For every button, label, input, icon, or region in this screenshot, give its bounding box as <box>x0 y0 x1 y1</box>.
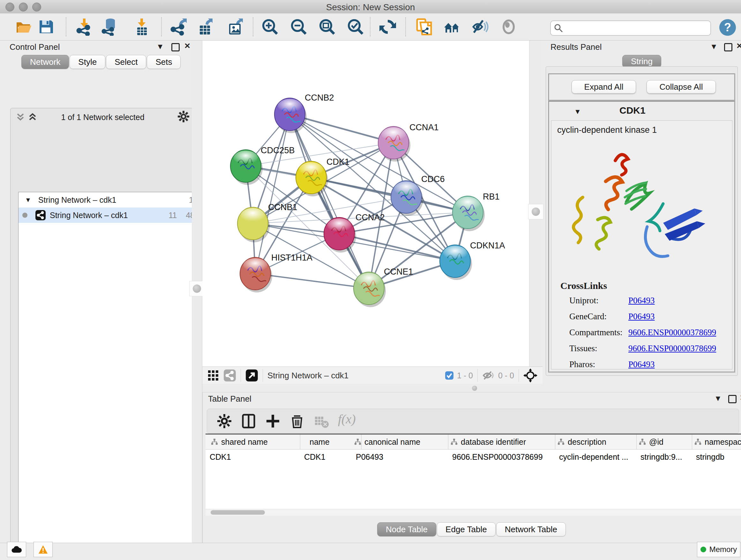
cloud-status-button[interactable] <box>7 542 26 557</box>
delete-table-icon[interactable] <box>314 414 329 429</box>
show-all-icon[interactable] <box>500 18 518 36</box>
zoom-in-icon[interactable] <box>261 18 279 36</box>
network-tree-network-row[interactable]: String Network – cdk1 11 48 <box>18 207 200 223</box>
network-node-CCNE1[interactable]: CCNE1 <box>354 267 413 307</box>
table-panel-float-icon[interactable] <box>728 395 737 403</box>
search-box[interactable] <box>550 20 711 36</box>
show-columns-icon[interactable] <box>241 414 256 429</box>
right-splitter[interactable] <box>529 41 543 367</box>
network-node-CDC25B[interactable]: CDC25B <box>230 145 295 185</box>
column-header-namespace[interactable]: namespace <box>692 435 741 449</box>
import-network-icon[interactable] <box>75 18 93 36</box>
network-tree-root-row[interactable]: ▼ String Network – cdk1 1 <box>18 192 200 207</box>
zoom-out-icon[interactable] <box>290 18 308 36</box>
network-node-HIST1H1A[interactable]: HIST1H1A <box>240 253 313 293</box>
tab-string[interactable]: String <box>622 55 661 68</box>
table-row[interactable]: CDK1CDK1P064939606.ENSP00000378699cyclin… <box>205 449 741 464</box>
selected-checkbox-icon[interactable] <box>445 371 454 380</box>
crosslink-link[interactable]: 9606.ENSP00000378699 <box>628 344 716 354</box>
tab-network-table[interactable]: Network Table <box>496 522 566 537</box>
column-header-description[interactable]: description <box>555 435 636 449</box>
open-session-icon[interactable] <box>15 18 32 36</box>
crosslink-link[interactable]: P06493 <box>628 296 655 306</box>
network-node-RB1[interactable]: RB1 <box>453 192 500 231</box>
grid-view-icon[interactable] <box>207 370 219 381</box>
search-input[interactable] <box>565 22 707 33</box>
table-cell[interactable]: cyclin-dependent ... <box>559 449 641 464</box>
table-cell[interactable]: CDK1 <box>304 449 356 464</box>
network-edge-HIST1H1A-CCNE1[interactable] <box>255 273 369 288</box>
collapse-all-button[interactable]: Collapse All <box>647 80 716 94</box>
results-panel-collapse-icon[interactable]: ▼ <box>710 42 718 51</box>
function-builder-icon[interactable]: f(x) <box>338 412 356 427</box>
network-node-CDKN1A[interactable]: CDKN1A <box>440 241 505 280</box>
crosslink-link[interactable]: 9606.ENSP00000378699 <box>628 327 716 337</box>
hide-selected-icon[interactable] <box>471 18 488 36</box>
birdseye-view-icon[interactable] <box>246 369 258 382</box>
table-cell[interactable]: CDK1 <box>210 449 301 464</box>
tab-select[interactable]: Select <box>106 55 146 69</box>
tab-edge-table[interactable]: Edge Table <box>437 522 495 537</box>
home-view-icon[interactable] <box>443 18 461 36</box>
table-cell[interactable]: stringdb:9... <box>641 449 696 464</box>
tab-sets[interactable]: Sets <box>147 55 181 69</box>
memory-button[interactable]: Memory <box>697 542 740 557</box>
import-table-icon[interactable] <box>132 18 150 36</box>
fit-selected-crosshair-icon[interactable] <box>523 368 537 382</box>
control-panel-float-icon[interactable] <box>172 43 180 51</box>
add-column-icon[interactable] <box>265 414 280 429</box>
refresh-icon[interactable] <box>379 18 397 36</box>
table-hscrollbar-thumb[interactable] <box>211 510 265 515</box>
zoom-fit-icon[interactable] <box>318 18 336 36</box>
crosslink-row: Compartments:9606.ENSP00000378699 <box>569 327 729 337</box>
export-network-icon[interactable] <box>170 18 187 36</box>
warning-status-button[interactable] <box>33 542 53 557</box>
column-header-canonical-name[interactable]: canonical name <box>352 435 448 449</box>
column-header-@id[interactable]: @id <box>636 435 692 449</box>
help-icon[interactable]: ? <box>719 18 737 37</box>
export-image-icon[interactable] <box>226 18 245 36</box>
column-header-database-identifier[interactable]: database identifier <box>448 435 555 449</box>
tree-expander-icon[interactable]: ▼ <box>25 196 31 204</box>
export-table-icon[interactable] <box>197 18 214 36</box>
network-node-CDK1[interactable]: CDK1 <box>296 157 349 196</box>
table-cell[interactable]: 9606.ENSP00000378699 <box>452 449 559 464</box>
hidden-eye-icon[interactable] <box>482 370 495 381</box>
crosslink-link[interactable]: P06493 <box>628 360 655 369</box>
column-header-shared-name[interactable]: shared name <box>208 435 300 449</box>
table-gear-icon[interactable] <box>217 414 232 429</box>
tab-network[interactable]: Network <box>21 55 69 69</box>
expand-all-button[interactable]: Expand All <box>571 80 636 94</box>
control-panel-collapse-icon[interactable]: ▼ <box>156 42 164 51</box>
network-node-CCNA1[interactable]: CCNA1 <box>378 123 439 162</box>
save-session-icon[interactable] <box>37 18 55 36</box>
column-header-label: description <box>568 437 606 447</box>
right-splitter-handle[interactable] <box>528 204 543 219</box>
network-list-box: 1 of 1 Network selected ▼ String Network… <box>10 108 195 560</box>
node-expander-icon[interactable]: ▼ <box>574 108 581 116</box>
results-panel-float-icon[interactable] <box>724 43 732 51</box>
network-options-gear-icon[interactable] <box>177 110 190 123</box>
table-cell[interactable]: P06493 <box>356 449 452 464</box>
protein-structure-image[interactable] <box>567 143 708 277</box>
table-panel-title: Table Panel <box>208 394 252 404</box>
control-panel-close-icon[interactable]: ✕ <box>184 42 191 51</box>
network-canvas[interactable]: CCNB2CCNA1CDC25BCDK1CDC6RB1CCNB1CCNA2CDK… <box>202 41 529 367</box>
string-view-icon[interactable] <box>223 369 236 382</box>
copy-style-icon[interactable] <box>415 18 433 36</box>
network-node-CCNB1[interactable]: CCNB1 <box>238 202 297 242</box>
results-panel-close-icon[interactable]: ✕ <box>736 42 741 51</box>
table-panel-collapse-icon[interactable]: ▼ <box>714 394 722 403</box>
delete-column-icon[interactable] <box>289 414 305 429</box>
column-header-label: canonical name <box>364 437 420 447</box>
table-panel-close-icon[interactable]: ✕ <box>740 393 741 402</box>
crosslink-link[interactable]: P06493 <box>628 312 655 321</box>
zoom-selected-icon[interactable] <box>347 18 364 36</box>
left-splitter[interactable] <box>192 41 203 543</box>
table-cell[interactable]: stringdb <box>696 449 741 464</box>
table-hscrollbar[interactable] <box>205 509 741 516</box>
tab-node-table[interactable]: Node Table <box>377 522 436 537</box>
horizontal-splitter-handle[interactable] <box>472 386 477 391</box>
tab-style[interactable]: Style <box>70 55 105 69</box>
import-database-icon[interactable] <box>101 18 119 36</box>
